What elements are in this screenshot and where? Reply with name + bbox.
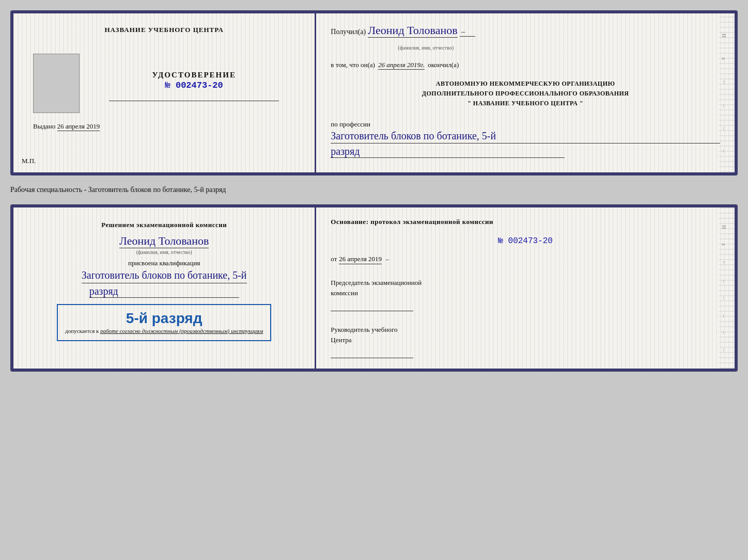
dopusk-prefix: допускается к bbox=[65, 328, 99, 334]
predsedatel-block: Председатель экзаменационной комиссии bbox=[331, 278, 720, 311]
card1-right: Получил(а) Леонид Толованов – (фамилия, … bbox=[316, 13, 735, 172]
fio-caption-2: (фамилия, имя, отчество) bbox=[136, 249, 192, 255]
rukovoditel-label: Руководитель учебного Центра bbox=[331, 325, 720, 345]
resheniem-label: Решением экзаменационной комиссии bbox=[101, 220, 227, 230]
org-block: АВТОНОМНУЮ НЕКОММЕРЧЕСКУЮ ОРГАНИЗАЦИЮ ДО… bbox=[331, 79, 720, 109]
osnovanie-label: Основание: протокол экзаменационной коми… bbox=[331, 218, 720, 226]
predsedatel-label: Председатель экзаменационной комиссии bbox=[331, 278, 720, 298]
recipient-name: Леонид Толованов bbox=[368, 24, 457, 38]
profession-written: Заготовитель блоков по ботанике, 5-й bbox=[331, 129, 720, 143]
protocol-number: № 002473-20 bbox=[331, 236, 720, 246]
document-card-1: НАЗВАНИЕ УЧЕБНОГО ЦЕНТРА УДОСТОВЕРЕНИЕ №… bbox=[10, 10, 738, 175]
razryad-written: разряд bbox=[331, 146, 564, 158]
side-char-i2: И bbox=[721, 225, 727, 229]
ot-prefix: от bbox=[331, 255, 337, 263]
vydano-prefix: Выдано bbox=[33, 122, 55, 130]
poluchil-prefix: Получил(а) bbox=[331, 28, 366, 36]
side-labels-1: И а ← – – – bbox=[718, 13, 730, 172]
side-char-i: И bbox=[721, 34, 727, 38]
side-labels-2: И а ← – – – – – bbox=[718, 207, 730, 369]
side-char-dash2: – bbox=[721, 127, 727, 130]
side-char-dash3: – bbox=[721, 150, 727, 153]
org-line1: АВТОНОМНУЮ НЕКОММЕРЧЕСКУЮ ОРГАНИЗАЦИЮ bbox=[331, 79, 720, 89]
udostoverenie-label: УДОСТОВЕРЕНИЕ bbox=[152, 71, 236, 79]
rukovoditel-line2: Центра bbox=[331, 335, 720, 345]
side-char-dash1: – bbox=[721, 105, 727, 108]
side-char-arrow2: ← bbox=[721, 260, 727, 266]
side-char-dash5: – bbox=[721, 297, 727, 300]
side-char-arrow: ← bbox=[721, 79, 727, 85]
stamp-grade: 5-й разряд bbox=[65, 310, 263, 327]
center-name-label: НАЗВАНИЕ УЧЕБНОГО ЦЕНТРА bbox=[104, 26, 224, 34]
prisvoena-label: присвоена квалификация bbox=[128, 259, 200, 267]
photo-placeholder bbox=[33, 54, 80, 113]
vydano-date: 26 апреля 2019 bbox=[57, 122, 100, 131]
dopusk-text: работе согласно должностным (производств… bbox=[100, 328, 263, 334]
org-line3: " НАЗВАНИЕ УЧЕБНОГО ЦЕНТРА " bbox=[331, 99, 720, 108]
predsedatel-line1: Председатель экзаменационной bbox=[331, 278, 720, 288]
page-wrapper: НАЗВАНИЕ УЧЕБНОГО ЦЕНТРА УДОСТОВЕРЕНИЕ №… bbox=[10, 10, 738, 372]
okonchil: окончил(а) bbox=[428, 61, 459, 69]
mp-label: М.П. bbox=[22, 157, 36, 165]
stamp-dopusk: допускается к работе согласно должностны… bbox=[65, 327, 263, 335]
card2-right: Основание: протокол экзаменационной коми… bbox=[316, 207, 735, 369]
rukovoditel-line1: Руководитель учебного bbox=[331, 325, 720, 335]
ot-date-line: от 26 апреля 2019 – bbox=[331, 255, 720, 264]
side-char-dash4: – bbox=[721, 280, 727, 283]
vtom-line: в том, что он(а) 26 апреля 2019г. окончи… bbox=[331, 61, 720, 70]
predsedatel-signature bbox=[331, 302, 413, 311]
rukovoditel-block: Руководитель учебного Центра bbox=[331, 325, 720, 358]
po-professii-label: по профессии bbox=[331, 120, 720, 129]
fio-caption-1: (фамилия, имя, отчество) bbox=[398, 45, 738, 51]
udostoverenie-number: № 002473-20 bbox=[165, 81, 223, 90]
vtom-date: 26 апреля 2019г. bbox=[378, 61, 425, 70]
side-char-dash6: – bbox=[721, 314, 727, 317]
ot-date: 26 апреля 2019 bbox=[339, 255, 382, 264]
razryad2-written: разряд bbox=[89, 285, 239, 298]
rukovoditel-signature bbox=[331, 349, 413, 358]
org-line2: ДОПОЛНИТЕЛЬНОГО ПРОФЕССИОНАЛЬНОГО ОБРАЗО… bbox=[331, 89, 720, 99]
qualification-written: Заготовитель блоков по ботанике, 5-й bbox=[82, 267, 247, 283]
side-char-a2: а bbox=[721, 243, 727, 246]
person-name-2: Леонид Толованов bbox=[119, 234, 209, 248]
side-char-a: а bbox=[721, 57, 727, 60]
predsedatel-line2: комиссии bbox=[331, 288, 720, 298]
stamp-box: 5-й разряд допускается к работе согласно… bbox=[57, 304, 271, 342]
specialty-label: Рабочая специальность - Заготовитель бло… bbox=[10, 185, 738, 195]
card1-left: НАЗВАНИЕ УЧЕБНОГО ЦЕНТРА УДОСТОВЕРЕНИЕ №… bbox=[13, 13, 316, 172]
side-char-dash7: – bbox=[721, 331, 727, 334]
document-card-2: Решением экзаменационной комиссии Леонид… bbox=[10, 204, 738, 372]
vydano-line: Выдано 26 апреля 2019 bbox=[33, 122, 100, 131]
vtom-prefix: в том, что он(а) bbox=[331, 61, 375, 69]
card2-left: Решением экзаменационной комиссии Леонид… bbox=[13, 207, 316, 369]
recipient-line: Получил(а) Леонид Толованов – bbox=[331, 24, 720, 38]
side-char-dash8: – bbox=[721, 348, 727, 351]
